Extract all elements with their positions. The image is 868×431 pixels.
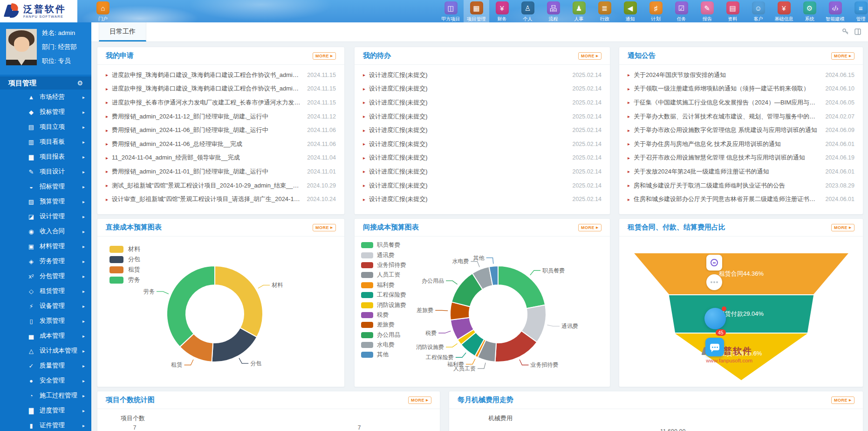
list-item[interactable]: ▸关于举办市政公用设施数字化管理信息 系统建设与应用培训班的通知2024.06.… xyxy=(628,123,854,137)
panel-toggle-icon[interactable] xyxy=(854,28,861,35)
more-button[interactable]: MORE▶ xyxy=(831,396,854,404)
list-item[interactable]: ▸关于发放2024年第24批一级建造师注册证书的通知2024.06.01 xyxy=(628,165,854,179)
nav-item[interactable]: ≣行政 xyxy=(592,0,617,22)
more-button[interactable]: MORE▶ xyxy=(313,224,336,231)
nav-item[interactable]: ≡管理 xyxy=(848,0,868,22)
sidebar-menu-item[interactable]: ▮证件管理▸ xyxy=(0,418,91,431)
list-item[interactable]: ▸费用报销_admin_2024-11-06_总经理审批__完成2024.11.… xyxy=(106,137,336,151)
nav-item[interactable]: ◫甲方项目 xyxy=(438,0,464,22)
nav-item[interactable]: ◀通知 xyxy=(617,0,643,22)
service-bubble-button[interactable] xyxy=(704,308,726,329)
list-item[interactable]: ▸关于2024年国庆节放假安排的通知2024.06.15 xyxy=(628,68,854,82)
sidebar-menu-item[interactable]: ▣材料管理▸ xyxy=(0,239,91,254)
list-item[interactable]: ▸设计进度汇报(未提交)2025.02.14 xyxy=(363,96,601,110)
list-item[interactable]: ▸关于领取一级注册建造师增项贴的通知（须持一建证书前来领取）2024.06.10 xyxy=(628,82,854,96)
funnel-section[interactable]: 租赁合同44.36% xyxy=(632,253,851,294)
nav-item[interactable]: ☑任务 xyxy=(669,0,694,22)
assistant-button[interactable] xyxy=(706,255,722,271)
list-item[interactable]: ▸于征集《中国建筑施工行业信息化发展报告（2024）—BIM应用与发展》材料..… xyxy=(628,96,854,110)
sidebar-menu-item[interactable]: ✓质量管理▸ xyxy=(0,358,91,373)
nav-item-portal[interactable]: ⌂ 门户 xyxy=(93,0,113,22)
nav-item[interactable]: ♟人事 xyxy=(566,0,592,22)
list-item[interactable]: ▸费用报销_admin_2024-11-06_部门经理审批_胡建,_运行中202… xyxy=(106,123,336,137)
legend-item[interactable]: 其他 xyxy=(361,350,406,360)
sidebar-menu-item[interactable]: ▥项目看板▸ xyxy=(0,134,91,149)
quick-tools-button[interactable] xyxy=(706,274,722,290)
list-item[interactable]: ▸住房和城乡建设部办公厅关于同意吉林省开展二级建造师注册证书电子化试点...20… xyxy=(628,192,854,206)
list-item[interactable]: ▸设计进度汇报(未提交)2025.02.14 xyxy=(363,151,601,165)
nav-item[interactable]: ♙个人 xyxy=(515,0,540,22)
list-item[interactable]: ▸设计进度汇报(未提交)2025.02.14 xyxy=(363,192,601,206)
sidebar-menu-item[interactable]: ▇进度管理▸ xyxy=(0,403,91,418)
legend-item[interactable]: 税费 xyxy=(361,310,406,320)
donut-slice[interactable] xyxy=(167,266,215,347)
legend-item[interactable]: 工程保险费 xyxy=(361,290,406,300)
list-item[interactable]: ▸设计进度汇报(未提交)2025.02.14 xyxy=(363,68,601,82)
sidebar-menu-item[interactable]: ◈劳务管理▸ xyxy=(0,254,91,269)
list-item[interactable]: ▸关于举办大数据、云计算技术在城市建设、规划、管理与服务中的应用培训班...20… xyxy=(628,110,854,124)
list-item[interactable]: ▸设计进度汇报(未提交)2025.02.14 xyxy=(363,179,601,193)
sidebar-menu-item[interactable]: ◇租赁管理▸ xyxy=(0,284,91,299)
list-item[interactable]: ▸费用报销_admin_2024-11-12_部门经理审批_胡建,_运行中202… xyxy=(106,110,336,124)
legend-item[interactable]: 通讯费 xyxy=(361,250,406,260)
legend-item[interactable]: 水电费 xyxy=(361,340,406,350)
legend-item[interactable]: 劳务 xyxy=(109,275,140,285)
nav-item[interactable]: ¥基础信息 xyxy=(771,0,797,22)
sidebar-menu-item[interactable]: ◪设计管理▸ xyxy=(0,209,91,224)
legend-item[interactable]: 业务招待费 xyxy=(361,260,406,270)
sidebar-menu-item[interactable]: ▯发票管理▸ xyxy=(0,313,91,328)
list-item[interactable]: ▸设计进度汇报(未提交)2025.02.14 xyxy=(363,123,601,137)
sidebar-menu-item[interactable]: ◒招标管理▸ xyxy=(0,179,91,194)
sidebar-menu-item[interactable]: ◉收入合同▸ xyxy=(0,224,91,239)
sidebar-menu-item[interactable]: △设计成本管理▸ xyxy=(0,343,91,358)
list-item[interactable]: ▸设计进度汇报(未提交)2025.02.14 xyxy=(363,165,601,179)
more-button[interactable]: MORE▶ xyxy=(831,224,854,231)
sidebar-menu-item[interactable]: ●安全管理▸ xyxy=(0,373,91,388)
legend-item[interactable]: 人员工资 xyxy=(361,270,406,280)
nav-item[interactable]: ¥财务 xyxy=(489,0,515,22)
list-item[interactable]: ▸设计进度汇报(未提交)2025.02.14 xyxy=(363,110,601,124)
nav-item[interactable]: ▤资料 xyxy=(720,0,745,22)
sidebar-menu-item[interactable]: ▤项目立项▸ xyxy=(0,119,91,134)
sidebar-menu-item[interactable]: ▲市场经营▸ xyxy=(0,90,91,104)
legend-item[interactable]: 福利费 xyxy=(361,280,406,290)
list-item[interactable]: ▸设计进度汇报(未提交)2025.02.14 xyxy=(363,137,601,151)
more-button[interactable]: MORE▶ xyxy=(408,396,431,404)
nav-item[interactable]: ▦项目管理 xyxy=(464,0,489,22)
list-item[interactable]: ▸进度款申报_珠海鹤港口建设_珠海鹤港口建设工程合作协议书_admin_...2… xyxy=(106,68,336,82)
list-item[interactable]: ▸房和城乡建设厅关于取消二级建造师临时执业证书的公告2023.08.29 xyxy=(628,179,854,193)
legend-item[interactable]: 职员餐费 xyxy=(361,240,406,250)
chat-button[interactable] xyxy=(705,338,724,356)
list-item[interactable]: ▸费用报销_admin_2024-11-01_部门经理审批_胡建,_运行中202… xyxy=(106,165,336,179)
nav-item[interactable]: 品流程 xyxy=(540,0,566,22)
sidebar-menu-item[interactable]: ▆项目报表▸ xyxy=(0,149,91,164)
legend-item[interactable]: 办公用品 xyxy=(361,330,406,340)
list-item[interactable]: ▸进度款申报_长春市伊通河水力发电厂改建工程_长春市伊通河水力发电...2024… xyxy=(106,96,336,110)
nav-item[interactable]: ‹/›智能建模 xyxy=(822,0,848,22)
sidebar-menu-item[interactable]: ▅成本管理▸ xyxy=(0,328,91,343)
legend-item[interactable]: 消防设施费 xyxy=(361,300,406,310)
donut-slice[interactable] xyxy=(498,266,545,308)
sidebar-menu-item[interactable]: ⚡设备管理▸ xyxy=(0,299,91,313)
legend-item[interactable]: 材料 xyxy=(109,244,140,254)
sidebar-menu-item[interactable]: ▨预算管理▸ xyxy=(0,194,91,209)
more-button[interactable]: MORE▶ xyxy=(578,52,601,60)
gear-icon[interactable]: ⚙ xyxy=(77,76,83,90)
donut-slice[interactable] xyxy=(215,266,263,337)
list-item[interactable]: ▸设计进度汇报(未提交)2025.02.14 xyxy=(363,82,601,96)
tab-daily-work[interactable]: 日常工作 xyxy=(99,22,146,42)
nav-item[interactable]: ♯计划 xyxy=(643,0,669,22)
more-button[interactable]: MORE▶ xyxy=(831,52,854,60)
sidebar-menu-item[interactable]: x²分包管理▸ xyxy=(0,269,91,284)
more-button[interactable]: MORE▶ xyxy=(578,224,601,231)
legend-item[interactable]: 租赁 xyxy=(109,264,140,275)
more-button[interactable]: MORE▶ xyxy=(313,52,336,60)
nav-item[interactable]: ⚙系统 xyxy=(797,0,822,22)
list-item[interactable]: ▸测试_彭祖新城"四馆"景观工程设计项目_2024-10-29_admin_结束… xyxy=(106,179,336,193)
sidebar-menu-item[interactable]: ✎项目设计▸ xyxy=(0,164,91,179)
nav-item[interactable]: ☺客户 xyxy=(745,0,771,22)
donut-slice[interactable] xyxy=(212,328,257,362)
legend-item[interactable]: 分包 xyxy=(109,254,140,264)
list-item[interactable]: ▸进度款申报_珠海鹤港口建设_珠海鹤港口建设工程合作协议书_admin_...2… xyxy=(106,82,336,96)
list-item[interactable]: ▸设计审查_彭祖新城"四馆"景观工程设计项目_请选择_胡广生_2024-10-2… xyxy=(106,192,336,206)
